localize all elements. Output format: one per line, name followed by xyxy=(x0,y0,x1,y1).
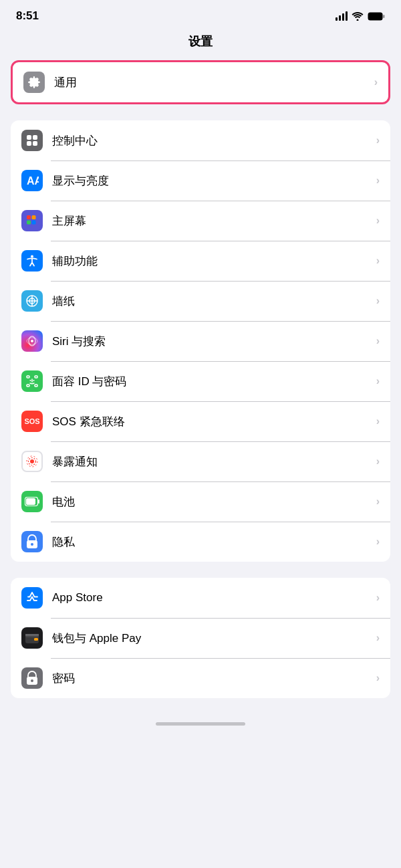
row-sos[interactable]: SOS SOS 紧急联络 › xyxy=(11,401,390,441)
sos-chevron: › xyxy=(376,415,380,427)
row-passwords[interactable]: 密码 › xyxy=(11,658,390,698)
svg-rect-22 xyxy=(35,376,37,378)
passwords-chevron: › xyxy=(376,672,380,684)
control-center-icon xyxy=(21,130,43,151)
display-chevron: › xyxy=(376,175,380,187)
battery-label: 电池 xyxy=(52,494,371,510)
general-label: 通用 xyxy=(54,75,369,90)
page-title: 设置 xyxy=(188,35,213,48)
display-icon: AA xyxy=(21,170,43,191)
siri-label: Siri 与搜索 xyxy=(52,334,371,349)
svg-point-28 xyxy=(30,459,34,463)
svg-rect-39 xyxy=(34,638,38,641)
svg-rect-33 xyxy=(38,500,39,504)
svg-text:AA: AA xyxy=(27,175,39,187)
svg-rect-38 xyxy=(25,634,39,636)
row-wallpaper[interactable]: 墙纸 › xyxy=(11,281,390,321)
faceid-icon xyxy=(21,370,43,392)
siri-chevron: › xyxy=(376,335,380,347)
siri-icon xyxy=(21,330,43,352)
svg-rect-2 xyxy=(368,13,382,20)
appstore-icon xyxy=(21,587,43,609)
row-privacy[interactable]: 隐私 › xyxy=(11,522,390,562)
svg-rect-32 xyxy=(26,498,35,505)
wallet-label: 钱包与 Apple Pay xyxy=(52,631,371,646)
passwords-label: 密码 xyxy=(52,671,371,686)
row-battery[interactable]: 电池 › xyxy=(11,481,390,522)
svg-rect-9 xyxy=(27,215,31,219)
home-indicator xyxy=(0,714,401,731)
svg-rect-12 xyxy=(32,221,36,225)
status-bar: 8:51 xyxy=(0,0,401,28)
exposure-icon xyxy=(21,451,43,472)
wallet-icon xyxy=(21,627,43,649)
row-exposure[interactable]: 暴露通知 › xyxy=(11,441,390,481)
settings-group-store: App Store › 钱包与 Apple Pay › 密码 › xyxy=(11,578,390,698)
row-home-screen[interactable]: 主屏幕 › xyxy=(11,201,390,241)
svg-point-35 xyxy=(31,543,33,546)
row-wallet[interactable]: 钱包与 Apple Pay › xyxy=(11,618,390,658)
row-siri[interactable]: Siri 与搜索 › xyxy=(11,321,390,361)
settings-group-general: 通用 › xyxy=(11,60,390,104)
status-time: 8:51 xyxy=(16,9,39,23)
home-screen-chevron: › xyxy=(376,215,380,227)
wallpaper-label: 墙纸 xyxy=(52,294,371,309)
sos-label: SOS 紧急联络 xyxy=(52,414,371,429)
svg-rect-6 xyxy=(27,141,31,146)
general-icon xyxy=(23,72,45,93)
svg-point-26 xyxy=(33,380,35,381)
appstore-label: App Store xyxy=(52,591,371,605)
settings-group-display: 控制中心 › AA 显示与亮度 › 主屏幕 › xyxy=(11,120,390,562)
home-screen-label: 主屏幕 xyxy=(52,213,371,229)
faceid-label: 面容 ID 与密码 xyxy=(52,374,371,389)
svg-point-0 xyxy=(357,19,359,21)
svg-rect-7 xyxy=(33,141,37,146)
accessibility-chevron: › xyxy=(376,255,380,267)
faceid-chevron: › xyxy=(376,375,380,387)
wallet-chevron: › xyxy=(376,632,380,644)
row-control-center[interactable]: 控制中心 › xyxy=(11,120,390,160)
row-appstore[interactable]: App Store › xyxy=(11,578,390,618)
wifi-icon xyxy=(352,11,364,21)
svg-rect-24 xyxy=(35,385,37,387)
sos-icon: SOS xyxy=(21,411,43,432)
privacy-label: 隐私 xyxy=(52,534,371,550)
accessibility-label: 辅助功能 xyxy=(52,253,371,269)
battery-icon xyxy=(368,12,385,21)
svg-rect-5 xyxy=(33,135,37,140)
svg-rect-10 xyxy=(32,215,36,219)
general-chevron: › xyxy=(374,76,378,88)
accessibility-icon xyxy=(21,250,43,272)
page-title-bar: 设置 xyxy=(0,28,401,58)
row-faceid[interactable]: 面容 ID 与密码 › xyxy=(11,361,390,401)
svg-rect-11 xyxy=(27,221,31,225)
svg-rect-23 xyxy=(27,385,29,387)
appstore-chevron: › xyxy=(376,592,380,604)
row-display[interactable]: AA 显示与亮度 › xyxy=(11,160,390,201)
exposure-label: 暴露通知 xyxy=(52,454,371,469)
svg-rect-21 xyxy=(27,376,29,378)
battery-settings-icon xyxy=(21,491,43,512)
display-label: 显示与亮度 xyxy=(52,173,371,189)
home-bar xyxy=(156,722,245,726)
privacy-chevron: › xyxy=(376,536,380,548)
row-accessibility[interactable]: 辅助功能 › xyxy=(11,241,390,281)
battery-chevron: › xyxy=(376,496,380,508)
exposure-chevron: › xyxy=(376,455,380,467)
passwords-icon xyxy=(21,667,43,689)
wallpaper-chevron: › xyxy=(376,295,380,307)
svg-point-25 xyxy=(30,380,31,381)
privacy-icon xyxy=(21,531,43,552)
svg-point-20 xyxy=(31,340,33,342)
control-center-label: 控制中心 xyxy=(52,133,371,148)
row-general[interactable]: 通用 › xyxy=(13,62,388,102)
svg-point-13 xyxy=(31,255,33,258)
home-screen-icon xyxy=(21,210,43,231)
svg-rect-3 xyxy=(383,15,385,18)
wallpaper-icon xyxy=(21,290,43,312)
svg-rect-4 xyxy=(27,135,31,140)
status-icons xyxy=(336,11,385,21)
svg-point-41 xyxy=(31,679,33,682)
signal-icon xyxy=(336,11,348,21)
control-center-chevron: › xyxy=(376,134,380,146)
